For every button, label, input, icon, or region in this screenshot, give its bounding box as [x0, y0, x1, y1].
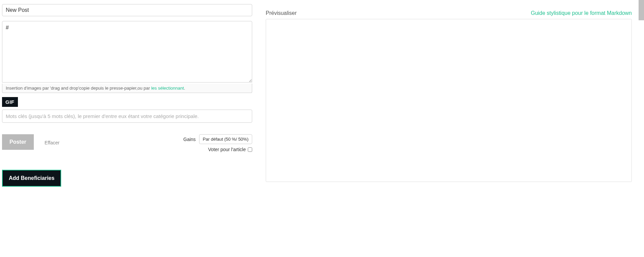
post-body-textarea[interactable]: #	[2, 21, 252, 83]
clear-button[interactable]: Effacer	[45, 139, 59, 145]
tags-input[interactable]	[2, 110, 252, 123]
actions-row: Poster Effacer Gains Par défaut (50 %/ 5…	[2, 134, 252, 152]
right-actions: Gains Par défaut (50 %/ 50%) Voter pour …	[183, 134, 252, 152]
editor-pane: # Insertion d'images par 'drag and drop'…	[2, 4, 259, 253]
vote-label: Voter pour l'article	[208, 147, 246, 152]
scrollbar-thumb[interactable]	[639, 0, 644, 20]
image-hint-text: Insertion d'images par 'drag and drop'co…	[6, 86, 151, 91]
preview-pane: Prévisualiser Guide stylistique pour le …	[259, 4, 642, 253]
vote-row: Voter pour l'article	[183, 147, 252, 152]
post-button[interactable]: Poster	[2, 134, 34, 150]
preview-label: Prévisualiser	[266, 10, 297, 16]
gains-select[interactable]: Par défaut (50 %/ 50%)	[199, 134, 252, 144]
gains-row: Gains Par défaut (50 %/ 50%)	[183, 134, 252, 144]
image-select-link[interactable]: les sélectionnant	[151, 86, 184, 91]
post-title-input[interactable]	[2, 4, 252, 16]
gains-label: Gains	[183, 137, 196, 142]
markdown-style-guide-link[interactable]: Guide stylistique pour le format Markdow…	[531, 10, 632, 16]
add-beneficiaries-button[interactable]: Add Beneficiaries	[2, 170, 61, 187]
preview-content	[266, 19, 632, 182]
gif-button[interactable]: GIF	[2, 97, 18, 107]
image-upload-hint: Insertion d'images par 'drag and drop'co…	[2, 84, 252, 93]
image-hint-suffix: .	[184, 86, 185, 91]
vote-checkbox[interactable]	[248, 147, 252, 152]
preview-header: Prévisualiser Guide stylistique pour le …	[266, 10, 632, 16]
left-actions: Poster Effacer	[2, 134, 59, 150]
